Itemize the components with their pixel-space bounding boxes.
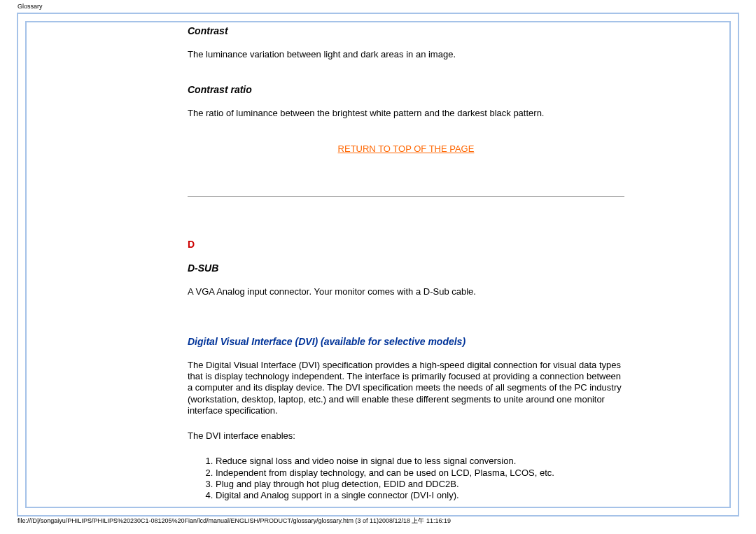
list-item: Digital and Analog support in a single c… xyxy=(216,490,624,501)
term-contrast-ratio-body: The ratio of luminance between the brigh… xyxy=(188,108,624,119)
list-item: Reduce signal loss and video noise in si… xyxy=(216,456,624,467)
term-dvi-heading: Digital Visual Interface (DVI) (availabl… xyxy=(188,336,624,347)
term-dsub-heading: D-SUB xyxy=(188,262,624,274)
inner-frame: Contrast The luminance variation between… xyxy=(25,21,731,508)
dvi-enables-list: Reduce signal loss and video noise in si… xyxy=(188,456,624,501)
footer-file-path: file:///D|/songaiyu/PHILIPS/PHILIPS%2023… xyxy=(18,517,451,526)
term-dsub-body: A VGA Analog input connector. Your monit… xyxy=(188,286,624,297)
term-dvi-body: The Digital Visual Interface (DVI) speci… xyxy=(188,360,624,416)
dvi-enables-intro: The DVI interface enables: xyxy=(188,430,624,442)
list-item: Independent from display technology, and… xyxy=(216,468,624,479)
return-to-top-link[interactable]: RETURN TO TOP OF THE PAGE xyxy=(188,143,624,154)
section-divider xyxy=(188,196,624,197)
term-contrast-body: The luminance variation between light an… xyxy=(188,49,624,60)
page-header-title: Glossary xyxy=(0,0,756,10)
term-contrast-ratio-heading: Contrast ratio xyxy=(188,84,624,95)
section-letter-d: D xyxy=(188,239,624,250)
list-item: Plug and play through hot plug detection… xyxy=(216,479,624,490)
outer-frame: Contrast The luminance variation between… xyxy=(17,13,739,517)
content-area: Contrast The luminance variation between… xyxy=(188,22,624,501)
term-contrast-heading: Contrast xyxy=(188,25,624,36)
